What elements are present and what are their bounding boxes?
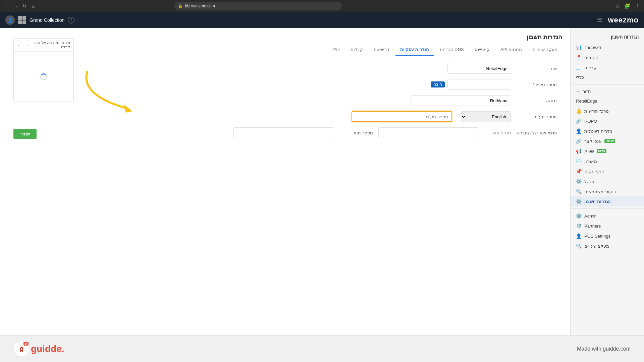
sidebar-item-ropo[interactable]: ROPO 🔗 xyxy=(571,116,644,126)
external-manager-label: מנהל אזרי xyxy=(484,130,511,135)
company-name-row: שם xyxy=(13,63,557,74)
hamburger-icon[interactable]: ☰ xyxy=(597,16,602,24)
menu-icon[interactable]: ⋮ xyxy=(635,3,640,9)
language-select[interactable]: English עברית xyxy=(461,111,511,122)
home-button[interactable]: ⌂ xyxy=(30,3,36,9)
sidebar-manager-label: מנהל xyxy=(584,179,594,184)
refresh-button[interactable]: ↻ xyxy=(21,3,28,9)
user-visits-icon: 🔍 xyxy=(576,189,582,194)
locations-icon: 📍 xyxy=(576,55,582,60)
sidebar-item-admin[interactable]: Admin ⚙️ xyxy=(571,211,644,221)
tab-business-settings[interactable]: הגדרות עסקיות xyxy=(395,44,434,56)
phone-input[interactable] xyxy=(447,79,511,90)
sidebar-item-quick-link[interactable]: NEW! אנכי קצר 🔗 xyxy=(571,136,644,146)
help-button[interactable]: ? xyxy=(68,17,74,23)
right-sidebar: הגדרות חשבון דאשבורד 📊 ניהוחים 📍 קבלות 🧾… xyxy=(570,28,644,335)
sidebar-admin-label: Admin xyxy=(584,214,597,219)
preview-nav: ← → תצוגה מקדימה של שובר קבלה xyxy=(14,39,73,52)
extensions-icon[interactable]: 🧩 xyxy=(624,3,631,9)
sidebar-notifications-label: מרכז הודעות xyxy=(584,109,609,114)
vat-input[interactable] xyxy=(352,111,452,122)
weezmo-logo: weezmo xyxy=(608,16,639,24)
sidebar-change-tracking-label: מעקב שינויים xyxy=(584,244,609,249)
quick-link-icon: 🔗 xyxy=(576,138,582,144)
required-badge: חובה xyxy=(431,81,445,87)
sidebar-item-account-settings[interactable]: הגדרות חשבון ⚙️ xyxy=(571,196,644,206)
tab-general[interactable]: כללי xyxy=(327,44,344,56)
sidebar-section-title: הגדרות חשבון xyxy=(571,32,644,42)
company-details-label: פרטי זיהוי של החברה xyxy=(517,130,557,135)
tab-campaigns[interactable]: קמפיינס xyxy=(470,44,494,56)
sidebar-item-location-pin[interactable]: מוקי מקום 📌 xyxy=(571,166,644,176)
user-avatar[interactable]: 👤 xyxy=(5,15,15,25)
browser-icons: ☆ 🧩 ⋮ xyxy=(615,3,640,9)
tab-permissions[interactable]: הרשאות xyxy=(369,44,394,56)
preview-panel: ← → תצוגה מקדימה של שובר קבלה xyxy=(13,38,74,102)
sidebar-item-pos[interactable]: POS Settings 👤 xyxy=(571,231,644,241)
account-settings-icon: ⚙️ xyxy=(576,199,582,204)
preview-label: תצוגה מקדימה של שובר קבלה xyxy=(32,41,70,49)
sidebar-item-change-tracking[interactable]: מעקב שינויים 🔍 xyxy=(571,241,644,251)
organizer-icon: ✉️ xyxy=(576,159,582,164)
sidebar-marketing-label: שיווק xyxy=(584,149,594,154)
guidde-icon: g 16 xyxy=(13,341,30,357)
location-pin-icon: 📌 xyxy=(576,169,582,174)
preview-back-arrow[interactable]: ← xyxy=(17,42,22,48)
external-manager-input[interactable] xyxy=(233,127,334,138)
sidebar-item-manager[interactable]: מנהל ⚙️ xyxy=(571,176,644,186)
sidebar-item-dashboard[interactable]: דאשבורד 📊 xyxy=(571,42,644,52)
sidebar-divider-2 xyxy=(571,208,644,209)
grid-icon[interactable] xyxy=(18,16,26,24)
tab-tracking[interactable]: מעקב שינויים xyxy=(528,44,562,56)
settings-modal: הגדרות חשבון מעקב שינויים API מחמות קמפי… xyxy=(0,28,570,335)
sidebar-return-label: חזור xyxy=(583,89,591,94)
tab-dns[interactable]: הגדרות DNS xyxy=(435,44,469,56)
sidebar-item-marketing[interactable]: NEW שיווק 📢 xyxy=(571,146,644,156)
footer: g 16 guidde. Made with guidde.com xyxy=(0,335,644,362)
company-name-input[interactable] xyxy=(447,63,511,74)
quick-link-badge: NEW! xyxy=(604,139,615,143)
partners-icon: 🛡️ xyxy=(576,223,582,229)
sidebar-ropo-label: ROPO xyxy=(584,119,597,124)
sidebar-item-digital[interactable]: מדריה דיגיטלית 👤 xyxy=(571,126,644,136)
phone-label: מספר טלפון* xyxy=(517,82,557,87)
sidebar-item-retailedge[interactable]: RetailEdge xyxy=(571,96,644,106)
sidebar-locations-label: ניהוחים xyxy=(584,55,598,60)
sidebar-dashboard-label: דאשבורד xyxy=(584,45,601,50)
pos-icon: 👤 xyxy=(576,233,582,239)
sidebar-item-organizer[interactable]: מאגרון ✉️ xyxy=(571,156,644,166)
manager-icon: ⚙️ xyxy=(576,179,582,184)
sidebar-item-general[interactable]: כללי xyxy=(571,72,644,82)
sidebar-item-return[interactable]: חזור → xyxy=(571,86,644,96)
id-input[interactable] xyxy=(411,95,511,106)
back-button[interactable]: ← xyxy=(4,3,10,9)
app-title: Grand Collection xyxy=(30,17,64,23)
preview-forward-arrow[interactable]: → xyxy=(24,42,29,48)
tab-api[interactable]: API מחמות xyxy=(496,44,527,56)
save-button[interactable]: שמור xyxy=(13,129,37,139)
sidebar-user-visits-label: ביקורי משתמשים xyxy=(584,189,616,194)
tab-receipts[interactable]: קבלות xyxy=(346,44,368,56)
settings-title: הגדרות חשבון xyxy=(0,28,570,44)
sidebar-general-label: כללי xyxy=(576,75,584,80)
company-details-row: פרטי זיהוי של החברה מנהל אזרי מספר חות xyxy=(13,127,557,138)
company-id-input[interactable] xyxy=(378,127,479,138)
return-arrow-icon: → xyxy=(576,89,580,94)
change-tracking-icon: 🔍 xyxy=(576,243,582,249)
sidebar-item-user-visits[interactable]: ביקורי משתמשים 🔍 xyxy=(571,186,644,196)
sidebar-item-locations[interactable]: ניהוחים 📍 xyxy=(571,52,644,62)
header-left: 👤 Grand Collection ? xyxy=(5,15,74,25)
company-name-label: שם xyxy=(517,66,557,71)
sidebar-item-notifications[interactable]: מרכז הודעות 🔔 xyxy=(571,106,644,116)
receipts-icon: 🧾 xyxy=(576,65,582,70)
sidebar-item-partners[interactable]: Partners 🛡️ xyxy=(571,221,644,231)
star-icon[interactable]: ☆ xyxy=(615,3,620,9)
url-bar[interactable]: 🔒 biz.weezmo.com xyxy=(174,2,342,10)
sidebar-retailedge-label: RetailEdge xyxy=(576,99,597,104)
app-header: 👤 Grand Collection ? ☰ weezmo xyxy=(0,12,644,28)
sidebar-quick-link-label: אנכי קצר xyxy=(584,139,602,144)
made-with-text: Made with guidde.com xyxy=(577,346,631,352)
id-label: מזהה xyxy=(517,98,557,103)
sidebar-item-receipts[interactable]: קבלות 🧾 xyxy=(571,62,644,72)
forward-button[interactable]: → xyxy=(13,3,19,9)
